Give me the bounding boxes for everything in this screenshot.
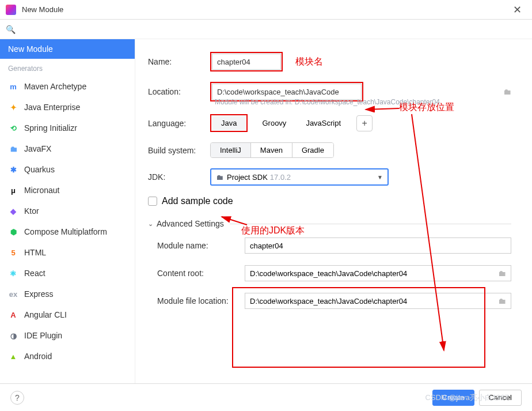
add-language-button[interactable]: + xyxy=(356,115,373,131)
sidebar-item-label: Micronaut xyxy=(24,186,59,195)
browse-icon[interactable]: 🖿 xyxy=(498,296,506,306)
language-groovy[interactable]: Groovy xyxy=(252,115,296,131)
generator-icon: A xyxy=(8,310,18,320)
content-root-label: Content root: xyxy=(157,269,245,278)
sidebar-item-label: Angular CLI xyxy=(24,310,67,319)
sidebar-item-label: Spring Initializr xyxy=(24,123,77,133)
generator-icon: 5 xyxy=(8,247,18,258)
generator-icon: m xyxy=(8,81,18,92)
sample-code-checkbox[interactable] xyxy=(148,197,157,206)
sidebar-item-new-module[interactable]: New Module xyxy=(0,39,135,59)
main-panel: Name: 模块名 Location: 🖿 Module will be cre… xyxy=(135,39,532,387)
module-file-label: Module file location: xyxy=(157,296,245,306)
search-input[interactable] xyxy=(19,25,526,33)
titlebar: New Module ✕ xyxy=(0,0,532,20)
chevron-down-icon: ▼ xyxy=(377,174,383,180)
divider xyxy=(230,224,511,224)
generator-icon: ⚛ xyxy=(8,268,18,278)
app-icon xyxy=(6,5,16,15)
help-button[interactable]: ? xyxy=(10,391,24,405)
annotation-module-name: 模块名 xyxy=(295,56,323,68)
generator-icon: ex xyxy=(8,289,18,299)
sidebar-item-label: New Module xyxy=(8,44,53,54)
name-label: Name: xyxy=(148,57,210,66)
generator-icon: ◑ xyxy=(8,330,18,341)
watermark: CSDN @java亮小白1997 xyxy=(425,393,509,403)
build-gradle[interactable]: Gradle xyxy=(292,143,333,157)
build-label: Build system: xyxy=(148,146,210,155)
sidebar: New Module Generators mMaven Archetype✦J… xyxy=(0,39,135,387)
generator-icon: ⟲ xyxy=(8,123,18,133)
language-javascript[interactable]: JavaScript xyxy=(296,115,351,131)
advanced-settings-header[interactable]: ⌄ Advanced Settings xyxy=(148,219,511,228)
sidebar-item-label: Java Enterprise xyxy=(24,103,80,112)
sidebar-item-label: Ktor xyxy=(24,206,39,216)
module-name-input[interactable]: chapter04 xyxy=(245,237,511,254)
sidebar-item-label: React xyxy=(24,269,45,278)
build-system-group: IntelliJ Maven Gradle xyxy=(210,142,334,158)
sidebar-item-ide-plugin[interactable]: ◑IDE Plugin xyxy=(0,325,135,346)
svg-line-0 xyxy=(366,108,399,110)
advanced-settings-label: Advanced Settings xyxy=(157,219,224,228)
jdk-label: JDK: xyxy=(148,172,210,182)
sidebar-item-ktor[interactable]: ◆Ktor xyxy=(0,201,135,221)
sidebar-item-quarkus[interactable]: ✱Quarkus xyxy=(0,159,135,180)
generator-icon: ✱ xyxy=(8,164,18,175)
module-name-label: Module name: xyxy=(157,241,245,250)
location-note: Module will be created in: D:\code\works… xyxy=(215,98,511,106)
sidebar-item-angular-cli[interactable]: AAngular CLI xyxy=(0,304,135,325)
jdk-value: Project SDK xyxy=(227,173,268,182)
location-label: Location: xyxy=(148,87,210,96)
sidebar-item-label: IDE Plugin xyxy=(24,331,62,340)
generator-icon: μ xyxy=(8,185,18,195)
window-title: New Module xyxy=(22,5,508,14)
sidebar-item-label: Compose Multiplatform xyxy=(24,227,107,236)
language-java[interactable]: Java xyxy=(212,116,246,130)
sidebar-item-java-enterprise[interactable]: ✦Java Enterprise xyxy=(0,97,135,118)
sidebar-item-react[interactable]: ⚛React xyxy=(0,263,135,284)
sidebar-item-micronaut[interactable]: μMicronaut xyxy=(0,180,135,201)
sidebar-item-compose-multiplatform[interactable]: ⬢Compose Multiplatform xyxy=(0,221,135,242)
content-root-input[interactable]: D:\code\workspace_teach\JavaCode\chapter… xyxy=(245,265,511,281)
sidebar-item-label: JavaFX xyxy=(24,144,51,153)
sidebar-item-label: Maven Archetype xyxy=(24,82,86,91)
sidebar-item-label: Android xyxy=(24,352,52,361)
module-file-input[interactable]: D:\code\workspace_teach\JavaCode\chapter… xyxy=(245,293,511,309)
language-label: Language: xyxy=(148,119,210,128)
build-maven[interactable]: Maven xyxy=(251,143,292,157)
search-bar: 🔍 xyxy=(0,20,532,39)
sidebar-item-html[interactable]: 5HTML xyxy=(0,242,135,263)
jdk-version: 17.0.2 xyxy=(270,173,291,182)
search-icon: 🔍 xyxy=(6,25,16,34)
generator-icon: ◆ xyxy=(8,206,18,216)
sample-code-label: Add sample code xyxy=(162,196,233,206)
jdk-dropdown[interactable]: 🖿 Project SDK 17.0.2 ▼ xyxy=(210,168,389,186)
generator-icon: ▲ xyxy=(8,351,18,361)
generator-icon: ⬢ xyxy=(8,227,18,237)
sidebar-item-label: Express xyxy=(24,289,54,299)
sidebar-item-maven-archetype[interactable]: mMaven Archetype xyxy=(0,76,135,97)
close-icon[interactable]: ✕ xyxy=(508,3,526,16)
sidebar-item-javafx[interactable]: 🖿JavaFX xyxy=(0,138,135,159)
name-input[interactable] xyxy=(212,54,281,70)
generator-icon: ✦ xyxy=(8,102,18,112)
sidebar-item-express[interactable]: exExpress xyxy=(0,284,135,304)
chevron-down-icon: ⌄ xyxy=(148,220,153,228)
location-input[interactable] xyxy=(212,84,362,100)
sidebar-item-label: HTML xyxy=(24,248,46,257)
browse-icon[interactable]: 🖿 xyxy=(498,269,506,278)
sidebar-item-spring-initializr[interactable]: ⟲Spring Initializr xyxy=(0,118,135,138)
sidebar-item-label: Quarkus xyxy=(24,165,55,174)
generator-icon: 🖿 xyxy=(8,144,18,154)
folder-icon: 🖿 xyxy=(216,173,223,182)
build-intellij[interactable]: IntelliJ xyxy=(211,143,251,157)
sidebar-item-android[interactable]: ▲Android xyxy=(0,346,135,367)
generators-header: Generators xyxy=(0,59,135,76)
browse-icon[interactable]: 🖿 xyxy=(503,87,511,96)
